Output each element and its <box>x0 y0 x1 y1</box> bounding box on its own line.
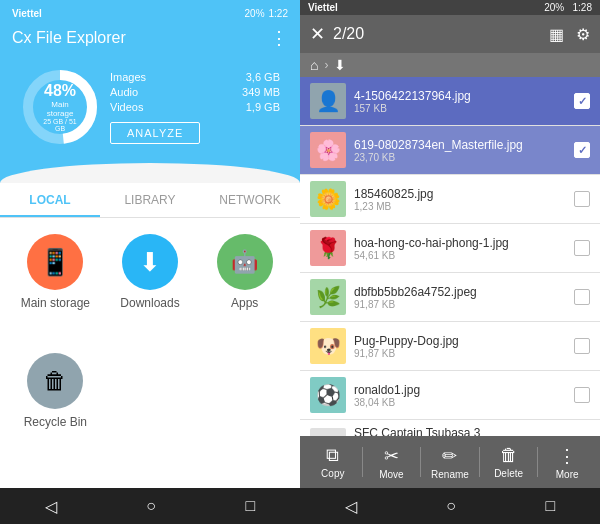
left-signal: 20% <box>245 8 265 19</box>
grid-item-downloads[interactable]: ⬇ Downloads <box>103 234 198 337</box>
table-row[interactable]: ⚽ ronaldo1.jpg 38,04 KB <box>300 371 600 420</box>
table-row[interactable]: 👤 4-1506422137964.jpg 157 KB <box>300 77 600 126</box>
file-checkbox[interactable] <box>574 191 590 207</box>
settings-icon[interactable]: ⚙ <box>576 25 590 44</box>
move-label: Move <box>379 469 403 480</box>
recycle-bin-label: Recycle Bin <box>24 415 87 429</box>
audio-row: Audio 349 MB <box>110 86 280 98</box>
storage-name: Main storage <box>40 100 80 118</box>
file-info: SFC Captain Tsubasa 3 Vietnamese.srm 8,0… <box>354 426 566 436</box>
videos-label: Videos <box>110 101 143 113</box>
breadcrumb-separator: › <box>324 58 328 72</box>
file-thumb: 👤 <box>310 83 346 119</box>
move-button[interactable]: ✂ Move <box>363 436 421 488</box>
file-thumb <box>310 428 346 437</box>
left-status-right: 20% 1:22 <box>245 8 288 19</box>
close-button[interactable]: ✕ <box>310 23 325 45</box>
home-breadcrumb-icon[interactable]: ⌂ <box>310 57 318 73</box>
download-breadcrumb-icon[interactable]: ⬇ <box>334 57 346 73</box>
file-info: 619-08028734en_Masterfile.jpg 23,70 KB <box>354 138 566 163</box>
right-carrier: Viettel <box>308 2 338 13</box>
nav-home-icon[interactable]: ○ <box>146 497 156 515</box>
table-row[interactable]: 🐶 Pug-Puppy-Dog.jpg 91,87 KB <box>300 322 600 371</box>
file-info: dbfbb5bb26a4752.jpeg 91,87 KB <box>354 285 566 310</box>
videos-value: 1,9 GB <box>246 101 280 113</box>
file-size: 38,04 KB <box>354 397 566 408</box>
apps-icon: 🤖 <box>217 234 273 290</box>
file-info: Pug-Puppy-Dog.jpg 91,87 KB <box>354 334 566 359</box>
grid-item-main-storage[interactable]: 📱 Main storage <box>8 234 103 337</box>
downloads-icon: ⬇ <box>122 234 178 290</box>
copy-button[interactable]: ⧉ Copy <box>304 436 362 488</box>
right-time: 1:28 <box>573 2 592 13</box>
file-info: ronaldo1.jpg 38,04 KB <box>354 383 566 408</box>
file-thumb: 🌿 <box>310 279 346 315</box>
right-panel: Viettel 20% 1:28 ✕ 2/20 ▦ ⚙ ⌂ › ⬇ 👤 4-15… <box>300 0 600 524</box>
file-checkbox[interactable] <box>574 240 590 256</box>
nav-recent-icon[interactable]: □ <box>246 497 256 515</box>
more-button[interactable]: ⋮ More <box>538 436 596 488</box>
file-checkbox[interactable] <box>574 142 590 158</box>
table-row[interactable]: 🌼 185460825.jpg 1,23 MB <box>300 175 600 224</box>
right-status-bar: Viettel 20% 1:28 <box>300 0 600 15</box>
file-checkbox[interactable] <box>574 387 590 403</box>
analyze-button[interactable]: ANALYZE <box>110 122 200 144</box>
tab-library[interactable]: LIBRARY <box>100 183 200 217</box>
menu-icon[interactable]: ⋮ <box>270 27 288 49</box>
right-nav-recent-icon[interactable]: □ <box>546 497 556 515</box>
apps-label: Apps <box>231 296 258 310</box>
images-row: Images 3,6 GB <box>110 71 280 83</box>
donut-label: 48% Main storage 25 GB / 51 GB <box>40 82 80 132</box>
file-checkbox[interactable] <box>574 338 590 354</box>
breadcrumb: ⌂ › ⬇ <box>300 53 600 77</box>
file-thumb: 🌸 <box>310 132 346 168</box>
tab-library-label: LIBRARY <box>124 193 175 207</box>
copy-icon: ⧉ <box>326 445 339 466</box>
selection-count: 2/20 <box>333 25 541 43</box>
app-title-row: Cx File Explorer ⋮ <box>12 23 288 57</box>
storage-percent: 48% <box>40 82 80 100</box>
table-row[interactable]: 🌿 dbfbb5bb26a4752.jpeg 91,87 KB <box>300 273 600 322</box>
file-thumb: 🐶 <box>310 328 346 364</box>
downloads-label: Downloads <box>120 296 179 310</box>
left-time: 1:22 <box>269 8 288 19</box>
table-row[interactable]: 🌸 619-08028734en_Masterfile.jpg 23,70 KB <box>300 126 600 175</box>
rename-button[interactable]: ✏ Rename <box>421 436 479 488</box>
delete-icon: 🗑 <box>500 445 518 466</box>
left-header: Viettel 20% 1:22 Cx File Explorer ⋮ 48% … <box>0 0 300 163</box>
main-storage-icon: 📱 <box>27 234 83 290</box>
right-nav-home-icon[interactable]: ○ <box>446 497 456 515</box>
file-size: 54,61 KB <box>354 250 566 261</box>
nav-back-icon[interactable]: ◁ <box>45 497 57 516</box>
file-info: 185460825.jpg 1,23 MB <box>354 187 566 212</box>
table-row[interactable]: 🌹 hoa-hong-co-hai-phong-1.jpg 54,61 KB <box>300 224 600 273</box>
tab-network[interactable]: NETWORK <box>200 183 300 217</box>
right-nav-back-icon[interactable]: ◁ <box>345 497 357 516</box>
wave-divider <box>0 163 300 183</box>
file-name: 4-1506422137964.jpg <box>354 89 566 103</box>
tab-local-label: LOCAL <box>29 193 70 207</box>
storage-donut: 48% Main storage 25 GB / 51 GB <box>20 67 100 147</box>
grid-item-recycle-bin[interactable]: 🗑 Recycle Bin <box>8 353 103 456</box>
table-row[interactable]: SFC Captain Tsubasa 3 Vietnamese.srm 8,0… <box>300 420 600 436</box>
file-checkbox[interactable] <box>574 289 590 305</box>
file-name: 185460825.jpg <box>354 187 566 201</box>
left-panel: Viettel 20% 1:22 Cx File Explorer ⋮ 48% … <box>0 0 300 524</box>
file-thumb: ⚽ <box>310 377 346 413</box>
images-value: 3,6 GB <box>246 71 280 83</box>
delete-label: Delete <box>494 468 523 479</box>
file-size: 23,70 KB <box>354 152 566 163</box>
left-carrier: Viettel <box>12 8 42 19</box>
file-thumb: 🌼 <box>310 181 346 217</box>
grid-item-apps[interactable]: 🤖 Apps <box>197 234 292 337</box>
file-name: SFC Captain Tsubasa 3 Vietnamese.srm <box>354 426 566 436</box>
file-checkbox[interactable] <box>574 93 590 109</box>
move-icon: ✂ <box>384 445 399 467</box>
delete-button[interactable]: 🗑 Delete <box>480 436 538 488</box>
tab-row: LOCAL LIBRARY NETWORK <box>0 183 300 218</box>
tab-local[interactable]: LOCAL <box>0 183 100 217</box>
file-name: hoa-hong-co-hai-phong-1.jpg <box>354 236 566 250</box>
file-name: dbfbb5bb26a4752.jpeg <box>354 285 566 299</box>
bottom-toolbar: ⧉ Copy ✂ Move ✏ Rename 🗑 Delete ⋮ More <box>300 436 600 488</box>
grid-view-icon[interactable]: ▦ <box>549 25 564 44</box>
